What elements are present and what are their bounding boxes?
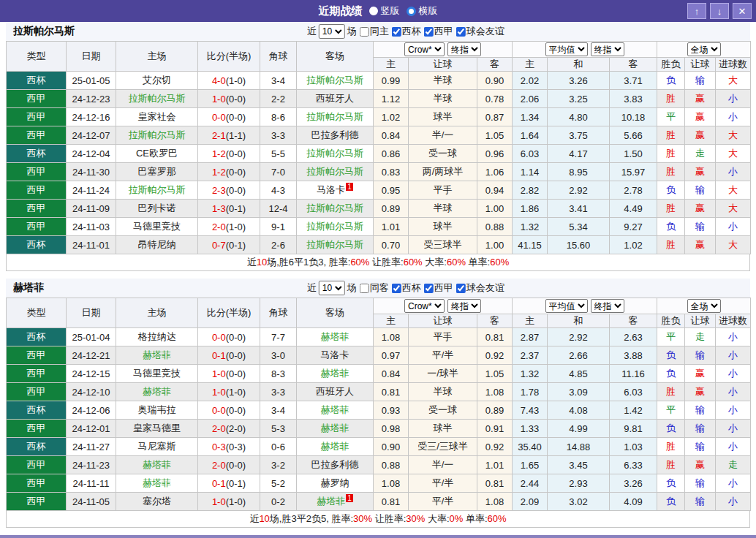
col-handicap-away: 客: [477, 314, 513, 328]
result-goals: 小: [716, 218, 751, 236]
odds-stage-select[interactable]: 终指: [447, 42, 481, 56]
match-score: 1-0(1-0): [198, 493, 260, 511]
league-liga-checkbox[interactable]: [424, 27, 434, 37]
league-friendly-checkbox-label[interactable]: 球会友谊: [456, 25, 504, 38]
window-titlebar: 近期战绩 竖版 横版 ↑ ↓ ✕: [0, 0, 756, 22]
odds-stage-select[interactable]: 终指: [447, 299, 481, 313]
handicap-home-odds: 1.01: [374, 218, 409, 236]
summary-stat-value: 60%: [488, 513, 507, 524]
handicap-line: 平/半: [409, 474, 477, 493]
league-cup-checkbox[interactable]: [392, 284, 401, 293]
same-venue-checkbox[interactable]: [360, 27, 369, 37]
result-handicap: 走: [685, 328, 716, 346]
league-liga-checkbox-label[interactable]: 西甲: [424, 281, 453, 295]
col-type: 类型: [7, 42, 67, 72]
handicap-line: 一/球半: [409, 365, 477, 383]
avg-source-select[interactable]: 平均值: [545, 299, 588, 313]
avg-draw-odds: 8.95: [548, 163, 610, 181]
summary-stat-value: 60%: [350, 257, 369, 268]
scope-select[interactable]: 全场: [687, 42, 721, 56]
away-team-cell: 赫塔菲: [297, 438, 374, 456]
result-wdl: 胜: [657, 90, 685, 108]
col-corner: 角球: [260, 42, 297, 72]
avg-stage-select[interactable]: 终指: [591, 299, 624, 313]
result-handicap: 输: [685, 493, 716, 511]
half-time-score: (0-0): [226, 167, 246, 178]
move-down-button[interactable]: ↓: [710, 3, 729, 19]
match-score: 2-0(1-0): [198, 218, 260, 236]
away-team-cell: 赫塔菲1: [297, 493, 374, 511]
home-team-cell: 拉斯帕尔马斯: [116, 90, 198, 108]
odds-source-select[interactable]: Crow*: [404, 42, 445, 56]
scope-select[interactable]: 全场: [687, 299, 721, 313]
same-venue-checkbox-label[interactable]: 同客: [360, 281, 389, 295]
recent-count-select[interactable]: 10: [319, 281, 345, 295]
team-name: 赫塔菲: [13, 281, 44, 295]
summary-stat-value: 60%: [404, 257, 423, 268]
move-up-button[interactable]: ↑: [687, 3, 706, 19]
avg-draw-odds: 4.80: [548, 108, 610, 126]
match-score: 1-3(0-1): [198, 200, 260, 218]
same-venue-checkbox-label[interactable]: 同主: [360, 25, 389, 38]
match-date: 24-11-24: [67, 181, 116, 200]
result-handicap: 赢: [685, 163, 716, 181]
layout-radio-horizontal[interactable]: 横版: [407, 4, 438, 18]
close-button[interactable]: ✕: [733, 3, 752, 19]
half-time-score: (1-0): [226, 496, 246, 507]
layout-radio-vertical[interactable]: 竖版: [369, 4, 400, 18]
summary-stat-value: 30%: [406, 513, 425, 524]
competition-badge: 西甲: [7, 90, 67, 108]
team-text: 马尼塞斯: [138, 441, 176, 452]
half-time-score: (0-0): [226, 185, 246, 196]
league-friendly-checkbox[interactable]: [456, 284, 466, 293]
handicap-home-odds: 0.81: [374, 493, 409, 511]
result-goals: 小: [716, 474, 751, 493]
league-liga-checkbox-label[interactable]: 西甲: [424, 25, 453, 38]
competition-badge: 西甲: [7, 456, 67, 474]
away-team-cell: 巴拉多利德: [297, 126, 374, 145]
competition-badge: 西甲: [7, 163, 67, 181]
avg-source-select[interactable]: 平均值: [545, 42, 588, 56]
avg-draw-odds: 4.08: [548, 401, 610, 420]
team-text: 赫塔菲: [143, 386, 171, 397]
same-venue-checkbox[interactable]: [360, 284, 369, 293]
handicap-away-odds: 1.08: [477, 493, 513, 511]
avg-away-odds: 4.49: [610, 200, 657, 218]
handicap-home-odds: 1.12: [374, 90, 409, 108]
match-row: 西甲24-11-03马德里竞技2-0(1-0)9-1拉斯帕尔马斯1.01球半0.…: [7, 218, 751, 236]
avg-away-odds: 2.78: [610, 181, 657, 200]
recent-count-select[interactable]: 10: [319, 24, 345, 39]
result-wdl: 胜: [657, 383, 685, 401]
competition-badge: 西甲: [7, 474, 67, 493]
summary-stat-value: 0%: [450, 513, 464, 524]
match-date: 24-11-23: [67, 456, 116, 474]
result-wdl: 负: [657, 493, 685, 511]
result-handicap: 输: [685, 474, 716, 493]
league-friendly-checkbox[interactable]: [456, 27, 466, 37]
match-date: 24-12-07: [67, 126, 116, 145]
avg-stage-select[interactable]: 终指: [591, 42, 624, 56]
full-time-score: 2-0: [212, 221, 226, 232]
avg-home-odds: 2.02: [513, 72, 548, 90]
radio-selected-icon: [369, 7, 378, 15]
avg-home-odds: 1.86: [513, 200, 548, 218]
avg-home-odds: 1.14: [513, 163, 548, 181]
handicap-away-odds: 0.78: [477, 90, 513, 108]
league-cup-checkbox-label[interactable]: 西杯: [392, 25, 421, 38]
match-score: 4-0(1-0): [198, 72, 260, 90]
col-handicap-home: 主: [374, 58, 409, 72]
match-date: 24-12-23: [67, 90, 116, 108]
league-liga-checkbox[interactable]: [424, 284, 434, 293]
team-text: 赫塔菲: [321, 404, 349, 415]
team-text: 塞尔塔: [143, 496, 171, 507]
summary-text: 近: [247, 257, 257, 268]
full-time-score: 0-1: [212, 350, 226, 361]
league-friendly-checkbox-label[interactable]: 球会友谊: [456, 281, 504, 295]
avg-home-odds: 2.82: [513, 181, 548, 200]
odds-source-select[interactable]: Crow*: [404, 299, 445, 313]
handicap-away-odds: 1.01: [477, 456, 513, 474]
league-cup-checkbox-label[interactable]: 西杯: [392, 281, 421, 295]
league-cup-checkbox[interactable]: [392, 27, 401, 37]
corner-count: 8-6: [260, 108, 297, 126]
col-result-handicap: 让球: [685, 58, 716, 72]
